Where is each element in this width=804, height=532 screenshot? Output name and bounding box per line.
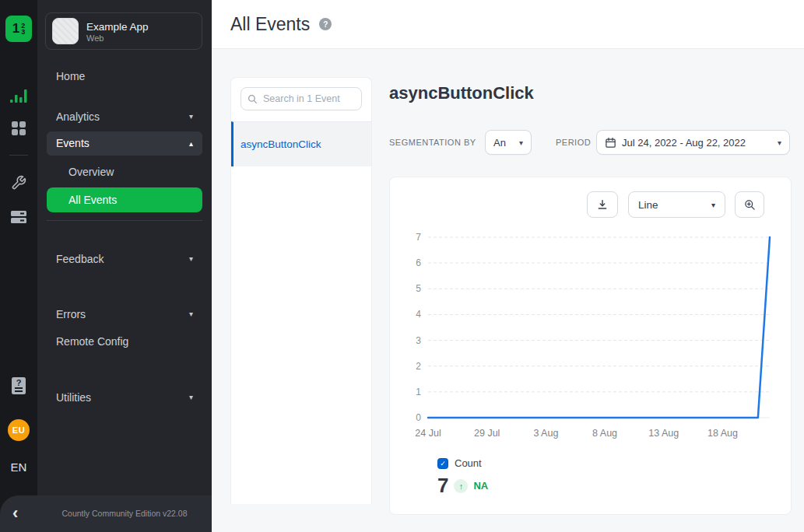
- sidebar-item-utilities[interactable]: Utilities▾: [47, 386, 202, 409]
- sidebar-item-all-events[interactable]: All Events: [47, 187, 202, 212]
- svg-text:8 Aug: 8 Aug: [592, 428, 617, 439]
- svg-text:6: 6: [416, 257, 421, 268]
- chart-type-select[interactable]: Line ▾: [628, 191, 725, 218]
- download-icon: [596, 198, 609, 211]
- question-glyph: ?: [12, 378, 26, 387]
- series-change-value: NA: [473, 480, 488, 492]
- sidebar-footer: ‹ Countly Community Edition v22.08: [0, 495, 212, 532]
- period-picker[interactable]: Jul 24, 2022 - Aug 22, 2022 ▾: [596, 130, 790, 155]
- user-avatar[interactable]: EU: [0, 419, 37, 441]
- help-icon[interactable]: ?: [319, 18, 332, 30]
- svg-text:13 Aug: 13 Aug: [648, 428, 679, 439]
- period-label: PERIOD: [556, 130, 591, 155]
- analytics-barchart-icon[interactable]: [0, 88, 37, 103]
- page-header: All Events ?: [212, 0, 804, 49]
- svg-text:3 Aug: 3 Aug: [533, 428, 558, 439]
- legend-checkbox-checked[interactable]: ✓: [437, 458, 448, 469]
- trend-up-icon: ↑: [454, 479, 468, 493]
- event-detail-title: asyncButtonClick: [389, 83, 534, 103]
- data-manager-server-icon[interactable]: [0, 210, 37, 224]
- sidebar-item-feedback[interactable]: Feedback▾: [47, 247, 202, 271]
- segmentation-select[interactable]: An ▾: [485, 130, 532, 155]
- app-selector[interactable]: Example App Web: [45, 12, 202, 50]
- sidebar-divider: [47, 220, 202, 221]
- logo-digit: 1: [12, 21, 19, 37]
- zoom-chart-button[interactable]: [735, 191, 764, 218]
- svg-text:1: 1: [416, 387, 421, 397]
- chart-legend: ✓ Count 7 ↑ NA: [437, 457, 488, 498]
- download-chart-button[interactable]: [587, 191, 618, 218]
- search-input[interactable]: [240, 87, 362, 110]
- search-icon: [248, 94, 258, 104]
- svg-text:4: 4: [416, 309, 421, 320]
- app-name: Example App: [86, 20, 149, 33]
- rail-divider: [9, 155, 28, 156]
- sidebar: Example App Web Home Analytics▾ Events▴ …: [37, 0, 212, 532]
- chevron-down-icon: ▾: [189, 105, 193, 128]
- chevron-down-icon: ▾: [189, 386, 193, 409]
- svg-text:29 Jul: 29 Jul: [474, 428, 500, 439]
- collapse-sidebar-button[interactable]: ‹: [12, 495, 18, 532]
- svg-text:2: 2: [416, 361, 421, 372]
- chevron-down-icon: ▾: [778, 138, 781, 147]
- report-manager-icon[interactable]: ?: [0, 377, 37, 394]
- segmentation-label: SEGMENTATION BY: [389, 130, 476, 155]
- language-selector[interactable]: EN: [0, 460, 37, 474]
- chevron-down-icon: ▾: [519, 138, 523, 147]
- chevron-down-icon: ▾: [711, 201, 715, 209]
- series-total-value: 7: [437, 474, 448, 498]
- sidebar-item-remote-config[interactable]: Remote Config: [47, 330, 202, 353]
- icon-rail: 1 2 3 ? EU EN: [0, 0, 37, 532]
- event-list-item-selected[interactable]: asyncButtonClick: [231, 121, 371, 166]
- version-label: Countly Community Edition v22.08: [37, 495, 212, 532]
- sidebar-item-analytics[interactable]: Analytics▾: [47, 105, 202, 128]
- chevron-down-icon: ▾: [189, 303, 193, 326]
- sidebar-item-errors[interactable]: Errors▾: [47, 303, 202, 326]
- svg-text:0: 0: [416, 412, 421, 423]
- svg-text:5: 5: [416, 283, 421, 294]
- countly-logo[interactable]: 1 2 3: [5, 16, 32, 42]
- app-icon: [52, 18, 79, 44]
- calendar-icon: [605, 137, 616, 149]
- event-list-panel: asyncButtonClick: [230, 77, 372, 504]
- svg-text:24 Jul: 24 Jul: [415, 428, 441, 439]
- page-title: All Events: [230, 14, 310, 35]
- app-type: Web: [86, 33, 149, 43]
- logo-digit: 3: [21, 29, 25, 35]
- dashboards-grid-icon[interactable]: [0, 121, 37, 135]
- svg-text:18 Aug: 18 Aug: [707, 428, 738, 439]
- events-line-chart: 0123456724 Jul29 Jul3 Aug8 Aug13 Aug18 A…: [390, 222, 792, 448]
- chevron-up-icon: ▴: [189, 131, 193, 156]
- sidebar-item-events[interactable]: Events▴: [47, 131, 202, 156]
- sidebar-item-home[interactable]: Home: [47, 65, 202, 88]
- avatar-initials: EU: [8, 419, 30, 441]
- legend-series-toggle[interactable]: ✓ Count: [437, 457, 488, 469]
- management-wrench-icon[interactable]: [0, 175, 37, 191]
- event-chart-card: Line ▾ 0123456724 Jul29 Jul3 Aug8 Aug13 …: [389, 177, 792, 515]
- sidebar-item-overview[interactable]: Overview: [47, 160, 202, 184]
- magnifier-plus-icon: [744, 199, 756, 211]
- svg-text:3: 3: [416, 335, 421, 346]
- legend-series-label: Count: [455, 457, 482, 469]
- main-content: asyncButtonClick asyncButtonClick SEGMEN…: [212, 49, 804, 532]
- chevron-down-icon: ▾: [189, 247, 193, 271]
- svg-text:7: 7: [416, 232, 421, 243]
